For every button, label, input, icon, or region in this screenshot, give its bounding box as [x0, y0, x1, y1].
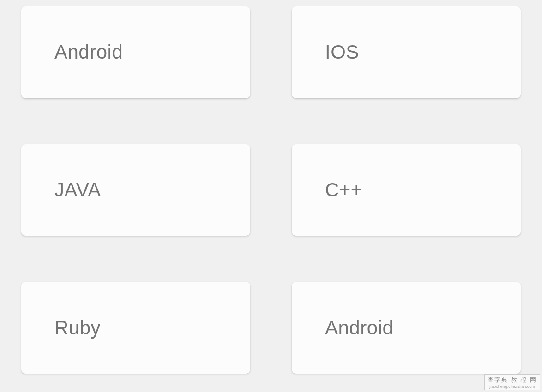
card-grid: Android IOS JAVA C++ Ruby Android	[0, 0, 542, 392]
watermark-sub-text: jiaocheng.chazidian.com	[489, 384, 535, 389]
card-android[interactable]: Android	[21, 6, 250, 98]
watermark-main-text: 查字典 教 程 网	[488, 376, 537, 384]
card-label: Android	[54, 41, 123, 63]
card-java[interactable]: JAVA	[21, 144, 250, 236]
card-ios[interactable]: IOS	[292, 6, 521, 98]
card-android-2[interactable]: Android	[292, 282, 521, 374]
card-label: Ruby	[54, 317, 101, 339]
card-cplusplus[interactable]: C++	[292, 144, 521, 236]
watermark: 查字典 教 程 网 jiaocheng.chazidian.com	[484, 374, 540, 390]
card-label: Android	[325, 317, 393, 339]
card-ruby[interactable]: Ruby	[21, 282, 250, 374]
card-label: JAVA	[54, 179, 101, 201]
card-label: IOS	[325, 41, 359, 63]
card-label: C++	[325, 179, 362, 201]
